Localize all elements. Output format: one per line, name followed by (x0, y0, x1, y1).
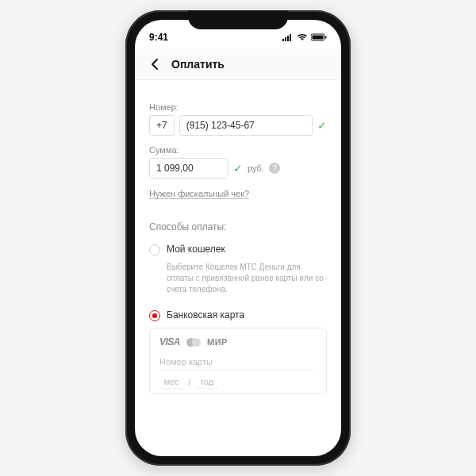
battery-icon (311, 33, 327, 41)
nav-bar: Оплатить (135, 48, 341, 80)
phone-input[interactable]: (915) 123-45-67 (179, 115, 313, 136)
svg-rect-3 (290, 34, 291, 41)
visa-logo: VISA (159, 336, 180, 347)
card-number-input[interactable] (159, 354, 317, 370)
svg-rect-0 (282, 39, 284, 41)
card-label: Банковская карта (167, 309, 244, 321)
mir-logo: МИР (207, 337, 228, 347)
phone-frame: 9:41 Оплатить Номер: +7 (125, 10, 351, 466)
wallet-option[interactable]: Мой кошелек (149, 244, 327, 255)
check-icon: ✓ (317, 119, 327, 132)
card-form: VISA МИР / (149, 328, 327, 394)
help-icon[interactable]: ? (269, 163, 280, 174)
card-year-input[interactable] (195, 375, 219, 389)
currency-label: руб. (248, 163, 264, 173)
status-indicators (282, 33, 327, 41)
status-time: 9:41 (149, 32, 168, 43)
fiscal-receipt-link[interactable]: Нужен фискальный чек? (149, 189, 249, 199)
amount-label: Сумма: (149, 145, 327, 155)
card-logos: VISA МИР (159, 336, 317, 347)
content: Номер: +7 (915) 123-45-67 ✓ Сумма: 1 099… (135, 80, 341, 456)
check-icon: ✓ (233, 162, 243, 175)
wallet-description: Выберите Кошелек МТС Деньги для оплаты с… (167, 262, 327, 295)
screen: 9:41 Оплатить Номер: +7 (135, 20, 341, 456)
mastercard-logo (186, 338, 201, 347)
svg-rect-2 (287, 36, 289, 41)
svg-rect-5 (313, 36, 324, 40)
notch (188, 10, 288, 29)
card-month-input[interactable] (159, 375, 183, 389)
back-button[interactable] (146, 56, 163, 73)
svg-rect-6 (325, 36, 327, 39)
page-title: Оплатить (171, 58, 225, 71)
radio-icon (149, 244, 160, 255)
wallet-label: Мой кошелек (167, 244, 225, 255)
phone-prefix[interactable]: +7 (149, 115, 175, 136)
number-label: Номер: (149, 102, 327, 112)
exp-separator: / (188, 378, 190, 387)
radio-icon (149, 310, 160, 321)
signal-icon (282, 33, 294, 41)
wifi-icon (297, 33, 308, 41)
svg-rect-1 (285, 37, 286, 41)
amount-input[interactable]: 1 099,00 (149, 158, 228, 178)
payment-methods-title: Способы оплаты: (149, 221, 327, 232)
card-option[interactable]: Банковская карта (149, 309, 327, 321)
